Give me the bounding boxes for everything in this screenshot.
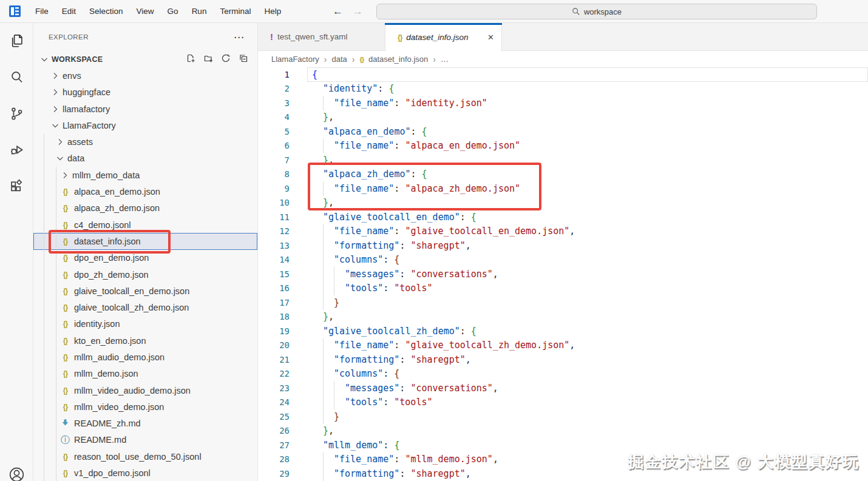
code-line-4[interactable]: 4}, bbox=[258, 110, 868, 125]
menu-terminal[interactable]: Terminal bbox=[213, 0, 257, 23]
extensions-icon[interactable] bbox=[8, 178, 25, 195]
menu-help[interactable]: Help bbox=[257, 0, 288, 23]
code-line-27[interactable]: 27"mllm_demo": { bbox=[258, 438, 868, 452]
json-file-icon: {} bbox=[60, 320, 70, 328]
tree-item-mllm-video-demo-json[interactable]: {}mllm_video_demo.json bbox=[33, 399, 257, 415]
explorer-icon[interactable] bbox=[8, 33, 25, 49]
code-line-17[interactable]: 17} bbox=[258, 295, 868, 310]
tree-item-glaive-toolcall-zh-demo-json[interactable]: {}glaive_toolcall_zh_demo.json bbox=[33, 299, 257, 315]
info-file-icon: ⓘ bbox=[60, 434, 70, 446]
tree-item-llamafactory[interactable]: LlamaFactory bbox=[33, 117, 257, 133]
menu-view[interactable]: View bbox=[130, 0, 161, 23]
code-line-22[interactable]: 22"columns": { bbox=[258, 367, 868, 382]
code-line-26[interactable]: 26}, bbox=[258, 424, 868, 439]
tree-item-huggingface[interactable]: huggingface bbox=[33, 84, 257, 101]
indent-guide bbox=[323, 452, 324, 467]
search-icon bbox=[572, 7, 580, 16]
tree-item-alpaca-zh-demo-json[interactable]: {}alpaca_zh_demo.json bbox=[33, 200, 257, 217]
code-line-24[interactable]: 24"tools": "tools" bbox=[258, 395, 868, 410]
line-number: 29 bbox=[258, 469, 290, 479]
indent-guide bbox=[323, 409, 324, 424]
json-file-icon: {} bbox=[359, 56, 364, 63]
menu-selection[interactable]: Selection bbox=[83, 0, 130, 23]
tree-item-v1-dpo-demo-jsonl[interactable]: {}v1_dpo_demo.jsonl bbox=[33, 465, 257, 481]
new-file-icon[interactable] bbox=[186, 53, 195, 65]
menu-edit[interactable]: Edit bbox=[55, 0, 83, 23]
breadcrumb-symbol-ellipsis[interactable]: … bbox=[441, 55, 449, 64]
json-file-icon: {} bbox=[60, 469, 70, 477]
tree-item-label: envs bbox=[63, 71, 81, 81]
tree-item-mllm-audio-demo-json[interactable]: {}mllm_audio_demo.json bbox=[33, 349, 257, 365]
code-line-13[interactable]: 13"formatting": "sharegpt", bbox=[258, 238, 868, 253]
code-line-19[interactable]: 19"glaive_toolcall_zh_demo": { bbox=[258, 324, 868, 338]
tab-label: dataset_info.json bbox=[406, 33, 468, 42]
code-line-11[interactable]: 11"glaive_toolcall_en_demo": { bbox=[258, 210, 868, 224]
tree-item-alpaca-en-demo-json[interactable]: {}alpaca_en_demo.json bbox=[33, 183, 257, 200]
collapse-all-icon[interactable] bbox=[239, 53, 248, 65]
tree-item-readme-zh-md[interactable]: README_zh.md bbox=[33, 415, 257, 432]
code-editor[interactable]: 1{2"identity": {3"file_name": "identity.… bbox=[258, 67, 868, 481]
tree-item-kto-en-demo-json[interactable]: {}kto_en_demo.json bbox=[33, 332, 257, 349]
tree-item-mllm-demo-data[interactable]: mllm_demo_data bbox=[33, 167, 257, 183]
code-line-23[interactable]: 23"messages": "conversations", bbox=[258, 381, 868, 395]
close-tab-icon[interactable]: ✕ bbox=[481, 33, 494, 42]
code-line-12[interactable]: 12"file_name": "glaive_toolcall_en_demo.… bbox=[258, 224, 868, 239]
code-line-21[interactable]: 21"formatting": "sharegpt", bbox=[258, 352, 868, 367]
activity-bar bbox=[0, 23, 33, 481]
code-text: "file_name": "glaive_toolcall_zh_demo.js… bbox=[312, 340, 575, 351]
indent-guide bbox=[334, 395, 334, 410]
code-line-3[interactable]: 3"file_name": "identity.json" bbox=[258, 96, 868, 110]
tree-item-llamafactory[interactable]: llamafactory bbox=[33, 101, 257, 117]
line-number: 18 bbox=[258, 312, 290, 321]
tab-test-qwen-sft-yaml[interactable]: ! test_qwen_sft.yaml bbox=[258, 23, 385, 50]
source-control-icon[interactable] bbox=[8, 106, 25, 122]
command-center-search[interactable]: workspace bbox=[376, 4, 817, 19]
code-line-14[interactable]: 14"columns": { bbox=[258, 253, 868, 267]
chevron-right-icon bbox=[50, 104, 60, 114]
navigate-back-icon[interactable]: ← bbox=[333, 5, 343, 18]
tab-dataset-info-json[interactable]: {} dataset_info.json ✕ bbox=[385, 23, 502, 52]
tree-item-reason-tool-use-demo-50-jsonl[interactable]: {}reason_tool_use_demo_50.jsonl bbox=[33, 448, 257, 465]
code-line-15[interactable]: 15"messages": "conversations", bbox=[258, 267, 868, 281]
explorer-more-actions-icon[interactable]: ⋯ bbox=[234, 31, 244, 44]
code-line-6[interactable]: 6"file_name": "alpaca_en_demo.json" bbox=[258, 139, 868, 153]
code-line-5[interactable]: 5"alpaca_en_demo": { bbox=[258, 124, 868, 139]
run-debug-icon[interactable] bbox=[8, 142, 25, 158]
code-line-16[interactable]: 16"tools": "tools" bbox=[258, 281, 868, 296]
breadcrumb-item-data[interactable]: data bbox=[331, 55, 347, 64]
tree-item-assets[interactable]: assets bbox=[33, 133, 257, 150]
code-line-1[interactable]: 1{ bbox=[258, 67, 868, 82]
tree-section-workspace[interactable]: WORKSPACE bbox=[33, 51, 257, 67]
code-text: "formatting": "sharegpt", bbox=[312, 240, 471, 251]
breadcrumb-item-llamafactory[interactable]: LlamaFactory bbox=[271, 55, 319, 64]
new-folder-icon[interactable] bbox=[203, 53, 213, 65]
code-text: "file_name": "mllm_demo.json", bbox=[312, 454, 498, 465]
account-icon[interactable] bbox=[8, 466, 25, 481]
chevron-right-icon: › bbox=[352, 55, 355, 64]
code-line-20[interactable]: 20"file_name": "glaive_toolcall_zh_demo.… bbox=[258, 338, 868, 353]
indent-guide bbox=[323, 395, 324, 410]
tree-item-label: identity.json bbox=[74, 319, 120, 329]
tree-item-readme-md[interactable]: ⓘREADME.md bbox=[33, 432, 257, 448]
tree-item-data[interactable]: data bbox=[33, 150, 257, 167]
tree-item-envs[interactable]: envs bbox=[33, 67, 257, 84]
tree-item-identity-json[interactable]: {}identity.json bbox=[33, 316, 257, 332]
breadcrumb-item-dataset-info-json[interactable]: dataset_info.json bbox=[368, 55, 428, 64]
code-line-25[interactable]: 25} bbox=[258, 409, 868, 424]
menu-file[interactable]: File bbox=[29, 0, 55, 23]
code-line-18[interactable]: 18}, bbox=[258, 310, 868, 325]
chevron-right-icon: › bbox=[433, 55, 436, 64]
tree-item-label: alpaca_zh_demo.json bbox=[74, 203, 160, 213]
tree-item-mllm-video-audio-demo-json[interactable]: {}mllm_video_audio_demo.json bbox=[33, 382, 257, 399]
menu-go[interactable]: Go bbox=[161, 0, 185, 23]
code-line-2[interactable]: 2"identity": { bbox=[258, 82, 868, 96]
tree-item-glaive-toolcall-en-demo-json[interactable]: {}glaive_toolcall_en_demo.json bbox=[33, 283, 257, 299]
tree-item-mllm-demo-json[interactable]: {}mllm_demo.json bbox=[33, 366, 257, 382]
code-text: "file_name": "glaive_toolcall_en_demo.js… bbox=[312, 226, 575, 237]
search-sidebar-icon[interactable] bbox=[8, 69, 25, 86]
refresh-icon[interactable] bbox=[221, 53, 231, 65]
line-number: 11 bbox=[258, 212, 290, 222]
tree-item-dpo-zh-demo-json[interactable]: {}dpo_zh_demo.json bbox=[33, 266, 257, 283]
chevron-right-icon bbox=[50, 71, 60, 81]
menu-run[interactable]: Run bbox=[185, 0, 214, 23]
